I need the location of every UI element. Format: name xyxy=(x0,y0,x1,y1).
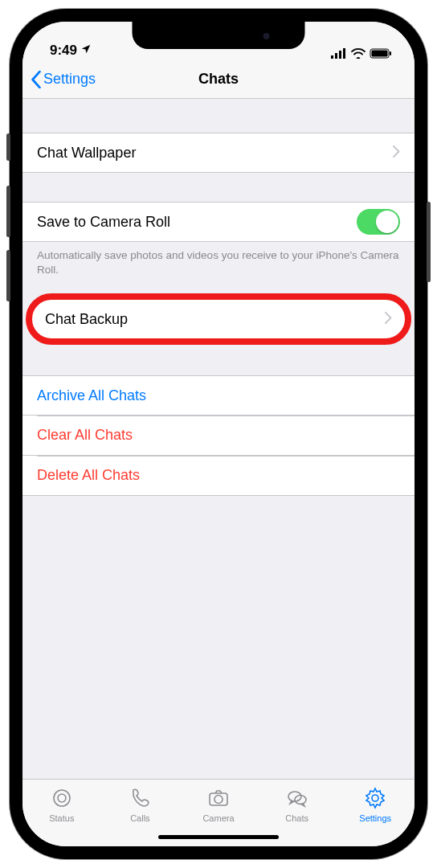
tab-settings-label: Settings xyxy=(359,813,391,823)
status-time: 9:49 xyxy=(50,43,77,59)
chats-icon xyxy=(285,786,309,812)
tab-status-label: Status xyxy=(49,813,74,823)
clear-all-label: Clear All Chats xyxy=(37,427,400,444)
chevron-right-icon xyxy=(393,145,400,162)
svg-rect-6 xyxy=(390,51,391,55)
home-indicator[interactable] xyxy=(158,835,279,839)
delete-all-row[interactable]: Delete All Chats xyxy=(22,456,415,496)
svg-point-8 xyxy=(58,794,66,802)
tab-chats[interactable]: Chats xyxy=(258,786,337,823)
battery-icon xyxy=(370,48,392,59)
camera-icon xyxy=(206,786,231,812)
chevron-left-icon xyxy=(31,71,42,88)
tab-calls-label: Calls xyxy=(130,813,149,823)
content-scroll[interactable]: Chat Wallpaper Save to Camera Roll Autom… xyxy=(22,99,415,779)
svg-rect-5 xyxy=(372,51,388,57)
svg-point-7 xyxy=(54,790,70,806)
tab-calls[interactable]: Calls xyxy=(101,786,180,823)
chat-wallpaper-row[interactable]: Chat Wallpaper xyxy=(22,133,415,173)
gear-icon xyxy=(363,786,387,812)
phone-icon xyxy=(128,786,152,812)
location-icon xyxy=(80,43,92,57)
navigation-bar: Settings Chats xyxy=(22,60,415,99)
back-button[interactable]: Settings xyxy=(31,71,96,88)
chat-backup-label: Chat Backup xyxy=(45,311,385,328)
svg-point-13 xyxy=(372,795,378,801)
save-camera-roll-label: Save to Camera Roll xyxy=(37,214,357,231)
chevron-right-icon xyxy=(385,311,392,328)
clear-all-row[interactable]: Clear All Chats xyxy=(22,416,415,456)
svg-point-10 xyxy=(214,796,223,804)
save-camera-roll-note: Automatically save photos and videos you… xyxy=(22,242,415,277)
archive-all-row[interactable]: Archive All Chats xyxy=(22,375,415,416)
volume-up-button xyxy=(6,186,10,237)
save-camera-roll-toggle[interactable] xyxy=(357,209,400,235)
wifi-icon xyxy=(351,48,366,59)
page-title: Chats xyxy=(198,71,239,88)
svg-rect-2 xyxy=(339,51,341,59)
svg-rect-1 xyxy=(335,53,337,59)
svg-rect-0 xyxy=(331,55,333,59)
cellular-icon xyxy=(331,48,347,59)
tab-camera[interactable]: Camera xyxy=(179,786,258,823)
power-button xyxy=(427,202,431,282)
status-icon xyxy=(50,786,74,812)
back-label: Settings xyxy=(43,71,96,88)
svg-rect-3 xyxy=(343,48,345,59)
tab-status[interactable]: Status xyxy=(22,786,101,823)
mute-switch xyxy=(6,133,10,161)
save-camera-roll-row[interactable]: Save to Camera Roll xyxy=(22,202,415,242)
tab-settings[interactable]: Settings xyxy=(336,786,415,823)
volume-down-button xyxy=(6,250,10,301)
tab-chats-label: Chats xyxy=(285,813,308,823)
archive-all-label: Archive All Chats xyxy=(37,387,400,404)
notch xyxy=(133,22,305,49)
chat-wallpaper-label: Chat Wallpaper xyxy=(37,145,393,162)
delete-all-label: Delete All Chats xyxy=(37,467,400,484)
tab-camera-label: Camera xyxy=(202,813,234,823)
device-frame: 9:49 xyxy=(10,9,427,859)
chat-backup-row[interactable]: Chat Backup xyxy=(31,298,406,340)
chat-backup-highlight: Chat Backup xyxy=(22,298,415,340)
